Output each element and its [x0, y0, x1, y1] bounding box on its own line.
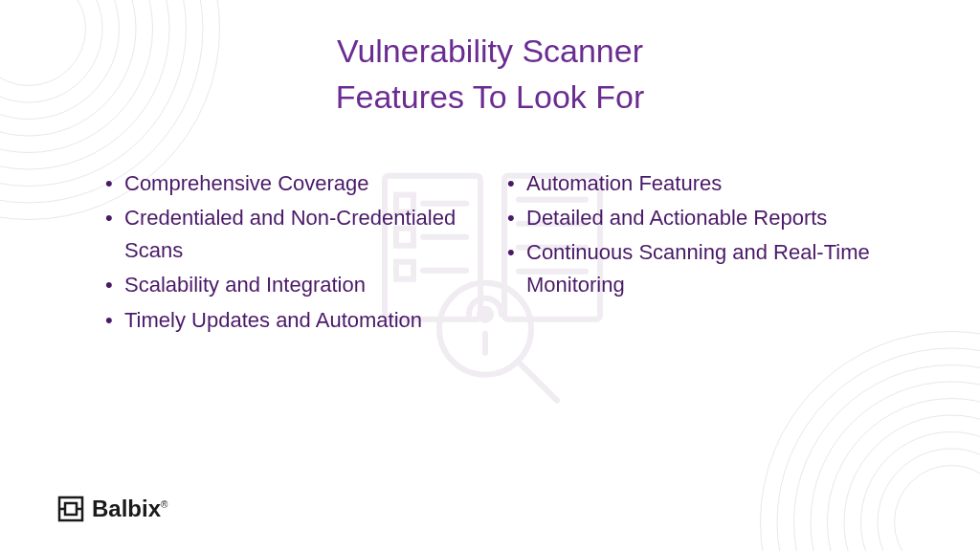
title-line-2: Features To Look For: [57, 75, 923, 121]
slide-title: Vulnerability Scanner Features To Look F…: [57, 29, 923, 120]
feature-item: Timely Updates and Automation: [117, 304, 480, 337]
feature-column-right: Automation Features Detailed and Actiona…: [500, 167, 882, 338]
decorative-circles-bottom-right: [789, 360, 980, 551]
svg-line-13: [519, 363, 557, 401]
feature-column-left: Comprehensive Coverage Credentialed and …: [98, 167, 480, 338]
feature-item: Automation Features: [519, 167, 882, 200]
feature-list-right: Automation Features Detailed and Actiona…: [500, 167, 882, 301]
brand-logo: Balbix®: [57, 496, 167, 522]
feature-item: Detailed and Actionable Reports: [519, 202, 882, 234]
feature-item: Scalability and Integration: [117, 269, 480, 301]
feature-columns: Comprehensive Coverage Credentialed and …: [98, 167, 882, 338]
feature-item: Credentialed and Non-Credentialed Scans: [117, 202, 480, 267]
brand-name: Balbix®: [92, 496, 167, 522]
slide-container: Vulnerability Scanner Features To Look F…: [0, 0, 980, 551]
title-line-1: Vulnerability Scanner: [57, 29, 923, 75]
svg-rect-17: [65, 503, 77, 515]
feature-item: Continuous Scanning and Real-Time Monito…: [519, 236, 882, 301]
balbix-logo-icon: [57, 496, 84, 522]
feature-list-left: Comprehensive Coverage Credentialed and …: [98, 167, 480, 336]
feature-item: Comprehensive Coverage: [117, 167, 480, 200]
